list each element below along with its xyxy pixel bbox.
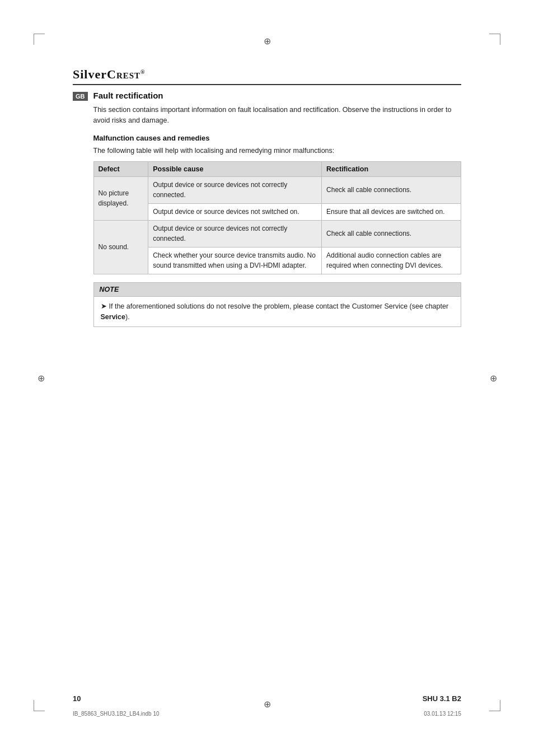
table-row: No sound. Output device or source device… (93, 221, 461, 248)
cause-no-audio-transmit: Check whether your source device transmi… (148, 248, 322, 274)
fault-table: Defect Possible cause Rectification No p… (93, 161, 462, 274)
brand-silver: Silver (73, 67, 107, 81)
bottom-info: IB_85863_SHU3.1B2_LB4.indb 10 03.01.13 1… (73, 711, 461, 717)
fault-title: Fault rectification (93, 91, 462, 100)
col-header-cause: Possible cause (148, 162, 322, 177)
defect-no-picture: No picture displayed. (93, 177, 148, 221)
col-header-rectification: Rectification (322, 162, 461, 177)
main-content: SilverCrest® GB Fault rectification This… (73, 67, 461, 689)
note-arrow: ➤ (101, 302, 107, 310)
brand-crest: Crest (107, 67, 140, 81)
rectification-additional-audio: Additional audio connection cables are r… (322, 248, 461, 274)
table-row: Output device or source devices not swit… (93, 204, 461, 221)
col-header-defect: Defect (93, 162, 148, 177)
note-header: NOTE (94, 283, 461, 297)
brand-line: SilverCrest® (73, 67, 461, 85)
defect-no-sound: No sound. (93, 221, 148, 274)
footer-model: SHU 3.1 B2 (423, 694, 461, 703)
brand-logo: SilverCrest® (73, 67, 461, 82)
bottom-info-right: 03.01.13 12:15 (424, 711, 461, 717)
gb-badge: GB (73, 92, 88, 101)
footer: 10 SHU 3.1 B2 (73, 694, 461, 703)
corner-mark-br (489, 700, 500, 711)
rectification-check-cables-1: Check all cable connections. (322, 177, 461, 204)
corner-mark-bl (34, 700, 45, 711)
corner-mark-tr (489, 34, 500, 45)
rectification-check-cables-2: Check all cable connections. (322, 221, 461, 248)
reg-mark-right: ⊕ (489, 374, 498, 382)
rectification-ensure-switched-on: Ensure that all devices are switched on. (322, 204, 461, 221)
reg-mark-top: ⊕ (263, 36, 271, 45)
intro-text: This section contains important informat… (93, 105, 462, 126)
note-content: ➤If the aforementioned solutions do not … (94, 297, 461, 327)
corner-mark-tl (34, 34, 45, 45)
brand-trademark: ® (140, 69, 145, 75)
note-box: NOTE ➤If the aforementioned solutions do… (93, 282, 462, 328)
footer-page-number: 10 (73, 694, 81, 703)
table-row: No picture displayed. Output device or s… (93, 177, 461, 204)
subsection-title: Malfunction causes and remedies (93, 134, 462, 142)
bottom-info-left: IB_85863_SHU3.1B2_LB4.indb 10 (73, 711, 160, 717)
section-wrapper: GB Fault rectification This section cont… (73, 91, 461, 327)
note-text: If the aforementioned solutions do not r… (101, 302, 449, 321)
cause-output-not-connected: Output device or source devices not corr… (148, 177, 322, 204)
note-service-link: Service (101, 313, 125, 321)
reg-mark-left: ⊕ (36, 374, 45, 382)
cause-sound-output-not-connected: Output device or source devices not corr… (148, 221, 322, 248)
table-row: Check whether your source device transmi… (93, 248, 461, 274)
section-content: Fault rectification This section contain… (93, 91, 462, 327)
cause-output-not-switched: Output device or source devices not swit… (148, 204, 322, 221)
table-intro: The following table will help with local… (93, 146, 462, 156)
page: ⊕ ⊕ ⊕ ⊕ SilverCrest® GB Fault rectificat… (0, 0, 534, 756)
